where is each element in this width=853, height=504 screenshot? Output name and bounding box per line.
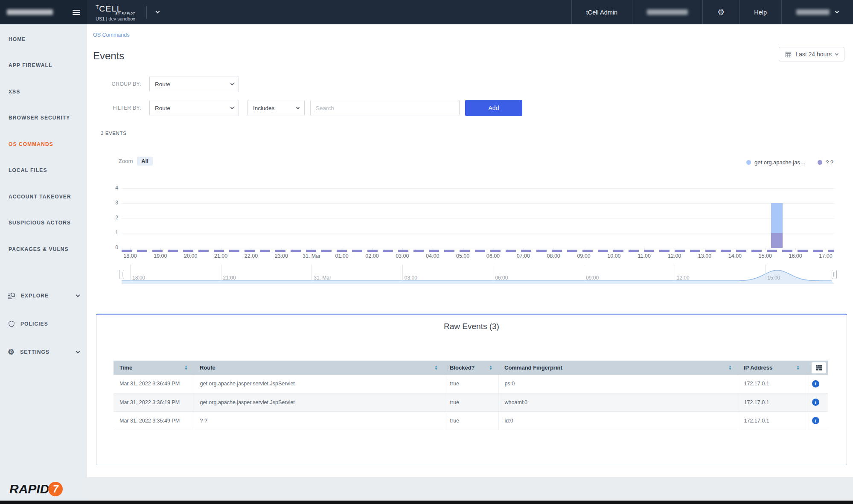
bar-segment [771, 233, 783, 248]
info-icon[interactable]: i [812, 399, 819, 406]
x-axis-label: 02:00 [365, 253, 378, 259]
bar-segment [771, 203, 783, 233]
sort-icon[interactable]: ▲▼ [180, 365, 188, 370]
sidebar-item-policies[interactable]: POLICIES [0, 310, 87, 338]
sidebar-item-explore[interactable]: EXPLORE [0, 282, 87, 310]
time-range-button[interactable]: Last 24 hours [779, 47, 844, 61]
sort-icon[interactable]: ▲▼ [724, 365, 732, 370]
sidebar-item-app-firewall[interactable]: APP FIREWALL [0, 52, 87, 79]
page-title: Events [93, 50, 124, 62]
legend-dot [746, 160, 751, 165]
sort-icon[interactable]: ▲▼ [430, 365, 438, 370]
columns-icon [815, 365, 822, 371]
sort-icon[interactable]: ▲▼ [485, 365, 492, 370]
chart-zoom-controls: Zoom All [119, 157, 153, 166]
sort-icon[interactable]: ▲▼ [792, 365, 800, 370]
chart-navigator[interactable]: 18:0021:0031. Mar03:0006:0009:0012:0015:… [122, 265, 834, 284]
cell-ip: 172.17.0.1 [738, 393, 806, 411]
y-axis-label: 1 [107, 230, 118, 236]
column-header-time[interactable]: Time▲▼ [114, 361, 194, 375]
legend-item[interactable]: get org.apache.jas… [746, 159, 806, 166]
zero-value-bars [122, 250, 834, 252]
x-axis-label: 18:00 [123, 253, 137, 259]
zoom-label: Zoom [119, 158, 133, 164]
search-input[interactable] [310, 100, 460, 116]
legend-item[interactable]: ? ? [818, 159, 833, 166]
redacted-account-name [647, 9, 688, 15]
sidebar-item-os-commands[interactable]: OS COMMANDS [0, 131, 87, 157]
add-filter-button[interactable]: Add [465, 100, 522, 116]
menu-icon[interactable] [73, 10, 80, 15]
sidebar-item-packages-vulns[interactable]: PACKAGES & VULNS [0, 236, 87, 262]
cell-details: i [806, 393, 828, 411]
navigator-label: 15:00 [765, 275, 780, 281]
x-axis-label: 01:00 [335, 253, 348, 259]
column-settings-button[interactable] [812, 362, 826, 373]
org-switcher[interactable] [0, 0, 87, 24]
info-icon[interactable]: i [812, 417, 819, 424]
cell-route: ? ? [194, 411, 444, 430]
settings-menu[interactable]: ⚙ [702, 0, 739, 24]
x-axis-label: 03:00 [396, 253, 409, 259]
sidebar-item-suspicious-actors[interactable]: SUSPICIOUS ACTORS [0, 210, 87, 236]
breadcrumb[interactable]: OS Commands [93, 32, 129, 38]
user-menu[interactable] [781, 0, 853, 24]
x-axis-label: 13:00 [698, 253, 711, 259]
events-chart[interactable]: 0123418:0019:0020:0021:0022:0023:0031. M… [122, 188, 834, 248]
environment-label: US1 | dev sandbox [96, 16, 135, 21]
filter-operator-select[interactable]: Includes [247, 100, 305, 116]
cell-details: i [806, 411, 828, 430]
cell-fingerprint: id:0 [498, 411, 738, 430]
footer-background [87, 477, 853, 501]
x-axis-label: 09:00 [577, 253, 590, 259]
sidebar-item-local-files[interactable]: LOCAL FILES [0, 157, 87, 184]
sidebar-item-browser-security[interactable]: BROWSER SECURITY [0, 105, 87, 131]
gear-icon: ⚙ [717, 7, 725, 17]
chevron-down-icon [230, 105, 234, 109]
account-menu[interactable] [632, 0, 702, 24]
column-header-ip-address[interactable]: IP Address▲▼ [738, 361, 806, 375]
group-by-select[interactable]: Route [149, 76, 239, 92]
sidebar-secondary: EXPLOREPOLICIES⚙SETTINGS [0, 282, 87, 366]
tcell-admin-link[interactable]: tCell Admin [571, 0, 632, 24]
table-row[interactable]: Mar 31, 2022 3:36:19 PMget org.apache.ja… [114, 393, 828, 411]
cell-details: i [806, 375, 828, 393]
cell-fingerprint: whoami:0 [498, 393, 738, 411]
filter-field-select[interactable]: Route [149, 100, 239, 116]
cell-blocked: true [444, 411, 498, 430]
gridline [122, 203, 834, 204]
table-row[interactable]: Mar 31, 2022 3:35:49 PM? ?trueid:0172.17… [114, 411, 828, 430]
column-header-route[interactable]: Route▲▼ [194, 361, 444, 375]
table-row[interactable]: Mar 31, 2022 3:36:49 PMget org.apache.ja… [114, 375, 828, 393]
gridline [122, 248, 834, 248]
column-header-blocked-[interactable]: Blocked?▲▼ [444, 361, 498, 375]
topbar-right: tCell Admin ⚙ Help [571, 0, 853, 24]
x-axis-label: 22:00 [245, 253, 258, 259]
by-rapid7-label: BY RAPID7 [96, 12, 135, 15]
stacked-bar[interactable] [771, 203, 783, 248]
rapid7-logo: RAPID 7 [9, 482, 63, 496]
help-link[interactable]: Help [739, 0, 781, 24]
table-body: Mar 31, 2022 3:36:49 PMget org.apache.ja… [114, 375, 828, 430]
zoom-all-button[interactable]: All [137, 157, 153, 166]
info-icon[interactable]: i [812, 380, 819, 387]
redacted-org-name [7, 9, 53, 15]
chevron-down-icon [76, 349, 80, 353]
raw-events-table: Time▲▼Route▲▼Blocked?▲▼Command Fingerpri… [114, 361, 828, 430]
filter-by-label: FILTER BY: [87, 105, 141, 111]
cell-ip: 172.17.0.1 [738, 411, 806, 430]
navigator-right-handle[interactable] [832, 270, 837, 279]
sidebar-item-home[interactable]: HOME [0, 26, 87, 52]
sidebar-item-xss[interactable]: XSS [0, 79, 87, 105]
column-header-command-fingerprint[interactable]: Command Fingerprint▲▼ [498, 361, 738, 375]
navigator-label: 18:00 [130, 275, 145, 281]
cell-time: Mar 31, 2022 3:36:19 PM [114, 393, 194, 411]
x-axis-label: 06:00 [486, 253, 500, 259]
sidebar-item-settings[interactable]: ⚙SETTINGS [0, 338, 87, 366]
navigator-left-handle[interactable] [119, 270, 124, 279]
x-axis-label: 07:00 [517, 253, 530, 259]
group-by-label: GROUP BY: [87, 81, 141, 87]
chevron-down-icon [230, 82, 234, 85]
chevron-down-icon[interactable] [155, 9, 160, 14]
sidebar-item-account-takeover[interactable]: ACCOUNT TAKEOVER [0, 184, 87, 210]
